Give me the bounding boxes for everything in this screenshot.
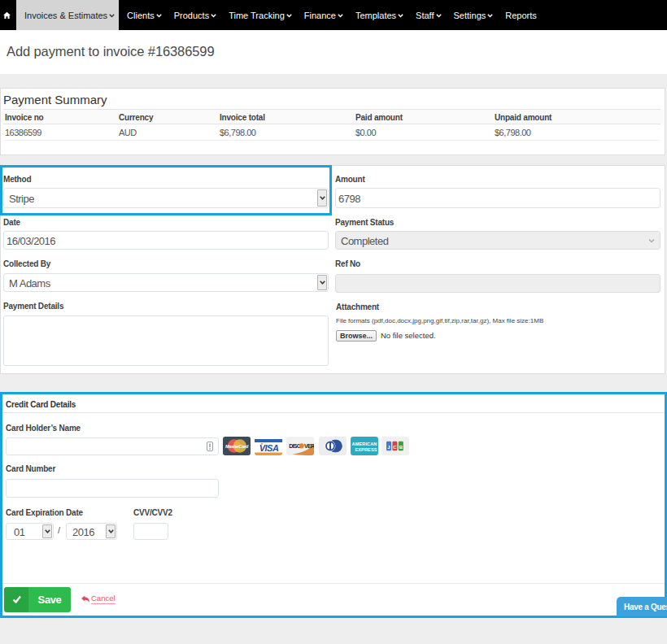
svg-text:C: C (393, 445, 397, 450)
svg-text:EXPRESS: EXPRESS (355, 447, 377, 452)
svg-text:MasterCard: MasterCard (225, 444, 249, 449)
svg-text:AMERICAN: AMERICAN (352, 442, 377, 446)
svg-text:VER: VER (304, 443, 314, 449)
svg-text:DISC: DISC (289, 443, 301, 449)
svg-text:J: J (387, 445, 390, 450)
svg-text:B: B (399, 445, 403, 450)
